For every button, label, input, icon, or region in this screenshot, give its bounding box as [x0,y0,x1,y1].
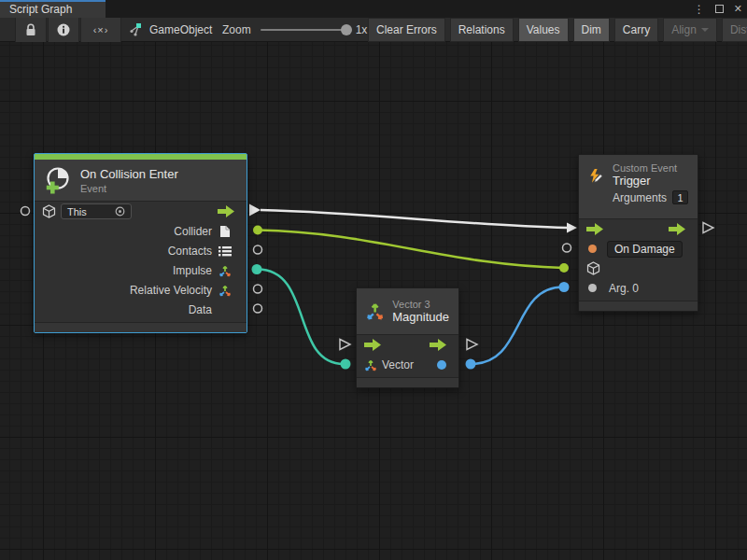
node-subtitle: Event [80,183,178,194]
row-flow [357,335,458,355]
port-flow-out-trigger[interactable] [703,223,713,233]
port-label: Data [189,303,212,316]
wire-magnitude[interactable] [472,287,563,365]
graph-toolbar: ‹×› GameObject Zoom 1x Clear Errors Rela… [0,18,747,42]
port-collider-output[interactable] [253,226,262,235]
port-event-name-input[interactable] [563,244,571,252]
wire-flow[interactable] [261,210,567,228]
port-flow-in-magnitude[interactable] [340,340,350,350]
graph-pointer[interactable]: GameObject [129,18,212,42]
node-title: Magnitude [392,310,449,324]
cube-icon [586,261,600,275]
code-icon: ‹×› [93,24,109,35]
node-footer [357,377,458,387]
node-title: Trigger [613,174,688,188]
port-flow-out-collision[interactable] [249,204,261,217]
collider-object-icon [219,225,231,238]
port-arg0-input[interactable] [559,282,570,292]
value-port[interactable] [588,284,597,292]
tab-script-graph[interactable]: Script Graph [0,0,106,18]
wire-flow-arrowhead [567,223,577,233]
port-label: Impulse [173,264,212,277]
node-magnitude[interactable]: Vector 3 Magnitude [356,287,459,388]
align-button: Align [663,18,717,42]
node-footer [35,322,247,332]
window-menu-icon[interactable]: ⋮ [694,3,705,16]
info-button[interactable] [48,18,79,42]
node-header: Vector 3 Magnitude [357,288,458,335]
row-contacts: Contacts [35,241,247,260]
relations-button[interactable]: Relations [450,18,514,42]
node-type-label: Vector 3 [392,299,449,310]
object-picker-icon[interactable] [115,206,125,217]
row-target [579,259,698,278]
port-this-input[interactable] [21,207,30,216]
zoom-control: Zoom 1x [222,18,367,42]
port-data-output[interactable] [254,304,262,313]
cube-icon [42,204,56,218]
port-label: Vector [382,358,414,371]
flow-out-arrow-icon[interactable] [430,339,446,351]
port-vector-input[interactable] [341,359,351,370]
graph-pointer-label: GameObject [149,23,212,36]
values-button[interactable]: Values [518,18,569,42]
dim-button[interactable]: Dim [573,18,610,42]
port-relative-velocity-output[interactable] [254,285,262,293]
flow-out-arrow-icon[interactable] [669,223,685,235]
port-flow-out-magnitude[interactable] [467,340,477,350]
string-port[interactable] [588,245,597,253]
arguments-field[interactable]: 1 [672,190,688,204]
row-relative-velocity: Relative Velocity [35,280,247,300]
maximize-icon[interactable] [715,5,724,13]
port-contacts-output[interactable] [254,245,262,254]
node-on-collision-enter[interactable]: On Collision Enter Event This [34,153,247,333]
node-header: On Collision Enter Event [35,160,247,202]
vector3-icon [218,264,232,277]
port-magnitude-output[interactable] [466,359,476,370]
info-icon [57,23,70,36]
flow-in-arrow-icon[interactable] [586,223,603,235]
row-arg0: Arg. 0 [579,278,698,298]
code-view-button[interactable]: ‹×› [80,18,121,42]
custom-event-icon [588,162,604,190]
row-target: This [35,202,247,221]
carry-button[interactable]: Carry [614,18,658,42]
row-collider: Collider [35,221,247,241]
row-data: Data [35,300,247,319]
event-name-field[interactable]: On Damage [607,241,683,258]
flow-in-arrow-icon[interactable] [364,339,381,351]
port-target-input[interactable] [559,263,569,273]
distribute-button: Distribute [722,18,747,42]
clear-errors-button[interactable]: Clear Errors [368,18,445,42]
flow-out-arrow-icon[interactable] [218,205,234,217]
row-impulse: Impulse [35,260,247,280]
chevron-down-icon [701,28,709,32]
lock-button[interactable] [15,18,47,42]
node-trigger-custom-event[interactable]: Custom Event Trigger Arguments 1 [578,154,698,312]
collision-event-icon [44,166,72,194]
arguments-label: Arguments [613,191,667,204]
wire-collider[interactable] [259,231,563,269]
node-header: Custom Event Trigger Arguments 1 [579,155,698,219]
float-output-port[interactable] [437,360,446,370]
zoom-slider-handle[interactable] [341,24,352,35]
port-label: Collider [174,225,212,238]
vector3-icon [218,284,232,297]
zoom-value: 1x [356,23,368,36]
port-label: Arg. 0 [609,282,639,295]
zoom-slider[interactable] [261,29,346,31]
row-event-name: On Damage [579,239,698,259]
lock-icon [25,23,36,36]
tab-bar: Script Graph ⋮ ✕ [0,0,747,18]
graph-canvas[interactable]: On Collision Enter Event This [0,42,747,560]
port-impulse-output[interactable] [252,264,262,274]
this-field[interactable]: This [61,203,132,219]
close-icon[interactable]: ✕ [734,3,742,15]
tab-label: Script Graph [9,3,72,16]
port-label: Relative Velocity [130,284,212,297]
toolbar-buttons: Clear Errors Relations Values Dim Carry … [368,18,747,42]
node-category-label: Custom Event [613,162,688,174]
script-graph-window: Script Graph ⋮ ✕ ‹×› [0,0,747,560]
wire-impulse[interactable] [258,270,344,365]
node-footer [579,301,698,311]
